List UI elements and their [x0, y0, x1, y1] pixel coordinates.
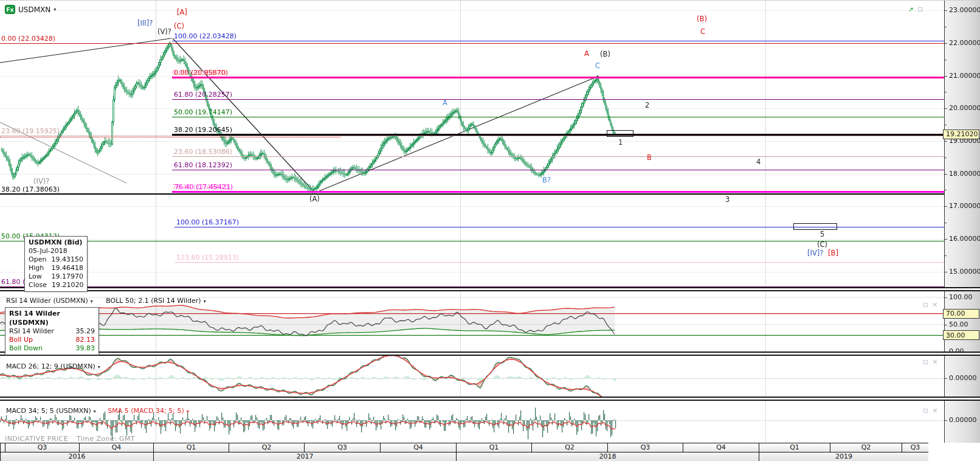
panel-separator[interactable]: [0, 397, 980, 401]
fib-label[interactable]: 23.60 (19.15925): [1, 127, 60, 135]
fib-line[interactable]: [172, 77, 944, 78]
fib-line[interactable]: [172, 156, 944, 157]
rsi-corner-icons: ⊡ ✕: [923, 301, 937, 309]
chart-canvas[interactable]: [0, 1, 944, 443]
fib-label[interactable]: 100.00 (16.37167): [176, 218, 239, 226]
wave-label[interactable]: [III]?: [137, 19, 153, 27]
wave-label[interactable]: (B): [697, 15, 707, 23]
wave-label[interactable]: 2: [645, 101, 649, 109]
wave-label[interactable]: [A]: [177, 8, 187, 16]
panel-separator[interactable]: [0, 287, 980, 291]
fib-line[interactable]: [172, 99, 944, 100]
tooltip-low-value: 19.17970: [52, 272, 84, 281]
rsi-title: RSI 14 Wilder (USDMXN): [6, 297, 88, 305]
axis-label: 100.00: [949, 293, 973, 301]
wave-label[interactable]: (C): [174, 22, 184, 30]
fib-line[interactable]: [172, 41, 944, 41]
fib-label[interactable]: 38.20 (19.20645): [174, 126, 232, 134]
time-axis[interactable]: Q3Q4Q1Q2Q3Q4Q1Q2Q3Q4Q1Q2Q3 2016201720182…: [0, 443, 980, 461]
boll-up-value: 82.13: [76, 336, 95, 344]
fx-instrument-icon: Fx: [5, 5, 15, 14]
chevron-down-icon[interactable]: ▾: [204, 299, 206, 304]
fib-line[interactable]: [172, 134, 944, 136]
macd2-corner-icons: ⊡ ✕: [923, 407, 937, 415]
wave-label[interactable]: C: [700, 27, 705, 36]
price-axis[interactable]: 23.0000022.0000021.0000020.0000019.00000…: [944, 1, 980, 461]
chevron-down-icon[interactable]: ▾: [53, 7, 56, 12]
fib-label[interactable]: 0.00 (22.03428): [1, 35, 55, 43]
panel-separator[interactable]: [0, 352, 980, 356]
quarter-cell: Q2: [229, 443, 304, 452]
fib-label[interactable]: 0.00 (20.95870): [174, 69, 228, 77]
axis-label: 0.00000: [949, 416, 977, 424]
fib-label[interactable]: 123.60 (15.28913): [176, 254, 239, 262]
restore-panel-icon[interactable]: ⊡: [923, 407, 928, 415]
wave-label[interactable]: 3: [725, 195, 730, 204]
chevron-down-icon[interactable]: ▾: [91, 299, 93, 304]
axis-label: 0.00000: [949, 374, 977, 382]
wave-label[interactable]: 5: [820, 230, 824, 238]
quarter-cell: Q4: [683, 443, 759, 452]
fib-label[interactable]: 23.60 (18.53086): [174, 148, 232, 156]
chevron-down-icon[interactable]: ▾: [187, 409, 189, 414]
wave-label[interactable]: [IV]?: [807, 249, 823, 257]
close-panel-icon[interactable]: ✕: [932, 301, 937, 309]
wave-label[interactable]: 1: [618, 138, 623, 147]
wave-label[interactable]: C: [595, 61, 600, 70]
fib-label[interactable]: 50.00 (19.74147): [174, 108, 232, 116]
wave-label[interactable]: (IV)?: [33, 177, 49, 185]
fib-label[interactable]: 38.20 (17.38063): [1, 185, 60, 193]
wave-label[interactable]: (V)?: [157, 27, 171, 36]
chevron-down-icon[interactable]: ▾: [94, 409, 96, 414]
symbol-selector[interactable]: Fx USDMXN ▾: [5, 5, 56, 14]
fib-line[interactable]: [0, 43, 944, 44]
fib-label[interactable]: 100.00 (22.03428): [174, 32, 236, 40]
price-target-box[interactable]: [793, 223, 837, 230]
wave-label[interactable]: A: [443, 99, 447, 107]
fib-label[interactable]: 76.40 (17.45421): [174, 183, 233, 191]
axis-label: 23.00000: [949, 6, 980, 14]
restore-panel-icon[interactable]: ⊡: [923, 301, 928, 309]
macd2-title: MACD 34; 5; 5 (USDMXN): [6, 407, 91, 415]
timezone-label: Time Zone: GMT: [77, 435, 135, 443]
boll-down-value: 39.83: [76, 344, 95, 353]
tooltip-title: USDMXN (Bid): [29, 238, 83, 247]
chevron-down-icon[interactable]: ▾: [98, 364, 100, 370]
wave-label[interactable]: B: [647, 153, 652, 162]
indicative-price-flash-icon[interactable]: ➚: [908, 5, 914, 13]
wave-label[interactable]: (B): [600, 50, 610, 58]
wave-label[interactable]: [B]: [828, 249, 838, 257]
wave-label[interactable]: 4: [756, 158, 761, 166]
fib-line[interactable]: [0, 241, 944, 241]
fib-line[interactable]: [172, 117, 944, 117]
quarter-cell: Q1: [456, 443, 531, 452]
axis-price-box: 19.21020: [943, 130, 979, 139]
close-panel-icon[interactable]: ✕: [932, 407, 937, 415]
quarter-cell: Q3: [902, 443, 928, 452]
quarter-cell: Q2: [531, 443, 607, 452]
fib-line[interactable]: [174, 262, 944, 263]
fib-label[interactable]: 61.80 (20.28257): [174, 91, 232, 99]
fib-line[interactable]: [0, 193, 944, 195]
alert-dotted-line[interactable]: [0, 137, 340, 137]
fib-line[interactable]: [172, 170, 944, 170]
axis-label: 22.00000: [949, 39, 980, 47]
main-chart-corner-icons: ➚ ⊡: [908, 5, 923, 13]
restore-window-icon[interactable]: ⊡: [917, 5, 923, 13]
wave-label[interactable]: (C): [817, 240, 827, 249]
fib-line[interactable]: [0, 136, 944, 136]
close-panel-icon[interactable]: ✕: [932, 358, 937, 366]
wave-label[interactable]: A: [584, 49, 589, 58]
axis-price-box: 30.00: [943, 330, 979, 340]
rsi-indicator-header[interactable]: RSI 14 Wilder (USDMXN)▾ BOLL 50; 2.1 (RS…: [6, 297, 206, 305]
restore-panel-icon[interactable]: ⊡: [923, 358, 928, 366]
wave-label[interactable]: (A): [309, 195, 320, 203]
fib-label[interactable]: 61.80 (18.12392): [174, 161, 232, 169]
wave-label[interactable]: B?: [542, 176, 551, 184]
tooltip-low-label: Low: [29, 272, 42, 281]
macd1-indicator-header[interactable]: MACD 26; 12; 9 (USDMXN)▾: [6, 362, 100, 370]
price-target-box[interactable]: [607, 130, 633, 137]
macd2-indicator-header[interactable]: MACD 34; 5; 5 (USDMXN)▾ SMA 5 (MACD 34; …: [6, 407, 189, 415]
fib-line[interactable]: [172, 191, 944, 193]
sma-title: SMA 5 (MACD 34; 5; 5): [108, 407, 184, 415]
